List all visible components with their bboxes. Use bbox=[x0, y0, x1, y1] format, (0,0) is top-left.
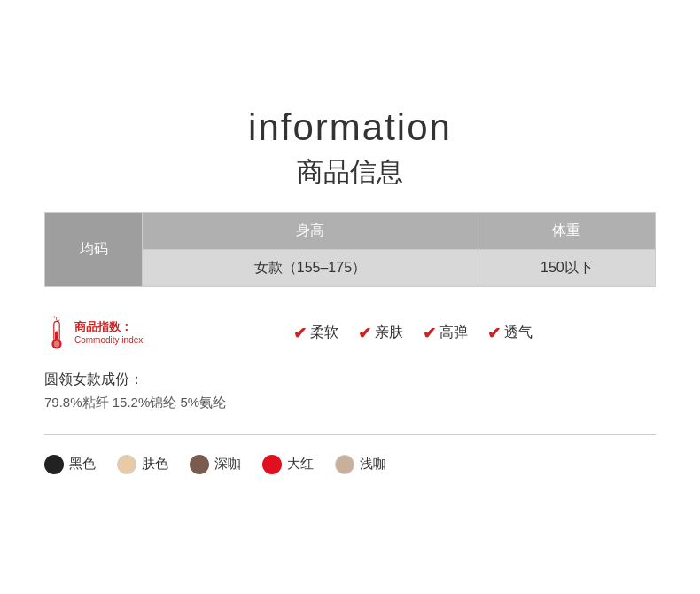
commodity-title: 商品指数： bbox=[74, 320, 143, 335]
commodity-en: Commodity index bbox=[74, 335, 143, 346]
checkmark-icon-2: ✔ bbox=[423, 324, 436, 343]
svg-point-5 bbox=[54, 340, 59, 346]
color-swatch-0 bbox=[44, 455, 64, 474]
feature-label-0: 柔软 bbox=[310, 324, 338, 342]
color-label-4: 浅咖 bbox=[360, 456, 386, 473]
color-item-2: 深咖 bbox=[190, 455, 241, 474]
thermometer-icon: °C bbox=[44, 316, 69, 351]
color-item-1: 肤色 bbox=[117, 455, 168, 474]
color-label-2: 深咖 bbox=[214, 456, 241, 473]
divider bbox=[44, 434, 656, 435]
feature-label-3: 透气 bbox=[504, 324, 533, 342]
color-label-0: 黑色 bbox=[69, 456, 96, 473]
feature-item-1: ✔ 亲肤 bbox=[358, 324, 403, 343]
commodity-label: °C 商品指数： Commodity index bbox=[44, 316, 143, 351]
color-label-1: 肤色 bbox=[142, 456, 168, 473]
composition-section: 圆领女款成份： 79.8%粘纤 15.2%锦纶 5%氨纶 bbox=[44, 362, 656, 426]
product-info-card: information 商品信息 均码 身高 体重 女款（155–175） 15… bbox=[18, 88, 682, 505]
feature-item-3: ✔ 透气 bbox=[487, 324, 533, 343]
row1-col2: 150以下 bbox=[478, 249, 655, 286]
color-swatch-1 bbox=[117, 455, 136, 474]
col2-header: 体重 bbox=[478, 212, 655, 249]
color-item-3: 大红 bbox=[262, 455, 314, 474]
composition-title: 圆领女款成份： bbox=[44, 371, 656, 389]
commodity-text: 商品指数： Commodity index bbox=[74, 320, 143, 346]
features-list: ✔ 柔软 ✔ 亲肤 ✔ 高弹 ✔ 透气 bbox=[169, 324, 656, 343]
color-swatch-2 bbox=[190, 455, 209, 474]
col1-header: 身高 bbox=[143, 212, 478, 249]
color-item-0: 黑色 bbox=[44, 455, 96, 474]
feature-label-1: 亲肤 bbox=[375, 324, 403, 342]
commodity-section: °C 商品指数： Commodity index ✔ 柔软 ✔ bbox=[44, 305, 656, 362]
color-swatch-3 bbox=[262, 455, 282, 474]
color-swatch-4 bbox=[335, 455, 354, 474]
feature-item-2: ✔ 高弹 bbox=[423, 324, 468, 343]
checkmark-icon-0: ✔ bbox=[293, 324, 307, 343]
composition-text: 79.8%粘纤 15.2%锦纶 5%氨纶 bbox=[44, 395, 656, 411]
header-title-zh: 商品信息 bbox=[44, 154, 656, 191]
header-title-en: information bbox=[44, 106, 656, 150]
header-section: information 商品信息 bbox=[44, 106, 656, 190]
row1-col1: 女款（155–175） bbox=[143, 249, 478, 286]
color-section: 黑色肤色深咖大红浅咖 bbox=[44, 444, 656, 480]
color-item-4: 浅咖 bbox=[335, 455, 386, 474]
size-label: 均码 bbox=[45, 212, 143, 286]
feature-label-2: 高弹 bbox=[439, 324, 468, 342]
feature-item-0: ✔ 柔软 bbox=[293, 324, 338, 343]
size-table: 均码 身高 体重 女款（155–175） 150以下 bbox=[44, 212, 656, 287]
checkmark-icon-3: ✔ bbox=[487, 324, 501, 343]
checkmark-icon-1: ✔ bbox=[358, 324, 371, 343]
color-label-3: 大红 bbox=[287, 456, 314, 473]
